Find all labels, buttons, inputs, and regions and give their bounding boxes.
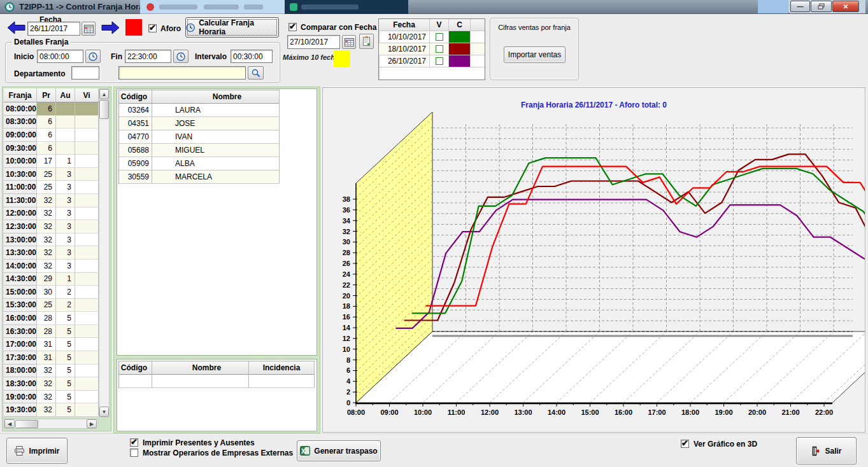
close-button[interactable]: ✕ [832, 1, 859, 12]
date-visible-checkbox[interactable] [436, 57, 443, 65]
departamento-codigo-input[interactable] [71, 66, 99, 80]
franja-time-cell: 19:00:00 [4, 391, 37, 404]
fecha-calendar-button[interactable] [82, 22, 96, 36]
next-date-arrow-icon[interactable] [101, 20, 120, 36]
fecha-input[interactable] [27, 22, 80, 36]
franja-row[interactable]: 16:30:00285 [4, 325, 99, 338]
franja-row[interactable]: 13:30:00323 [4, 246, 99, 260]
y-tick-label: 14 [343, 324, 351, 331]
franja-value-cell: 31 [37, 351, 56, 365]
calcular-franja-button[interactable]: Calcular Franja Horaria [185, 17, 279, 38]
departamento-nombre-input[interactable] [118, 66, 246, 80]
departamento-search-button[interactable] [248, 66, 264, 80]
column-header: Nombre [152, 361, 249, 375]
generar-traspaso-button[interactable]: X Generar traspaso [297, 440, 381, 461]
column-header[interactable]: Vi [75, 88, 99, 102]
scrollbar-thumb[interactable] [15, 420, 38, 428]
column-header [471, 19, 485, 31]
franja-row[interactable]: 18:00:00325 [4, 365, 99, 378]
comparar-calendar-button[interactable] [342, 35, 356, 49]
franja-row[interactable]: 11:00:00253 [4, 181, 99, 194]
franja-row[interactable]: 15:00:00302 [4, 286, 99, 299]
franja-value-cell: 25 [37, 299, 56, 312]
franja-row[interactable]: 12:00:00323 [4, 207, 99, 221]
franja-row[interactable]: 08:30:006 [4, 116, 99, 129]
comparar-checkbox[interactable] [288, 23, 297, 31]
background-window[interactable] [285, 0, 408, 14]
detalles-franja-title: Detalles Franja [11, 38, 71, 46]
previous-date-arrow-icon[interactable] [6, 20, 26, 36]
intervalo-input[interactable] [231, 50, 273, 63]
empleado-row[interactable]: 05688MIGUEL [119, 144, 280, 157]
compare-date-row[interactable]: 26/10/2017 [379, 55, 485, 67]
importar-ventas-button[interactable]: Importar ventas [504, 46, 566, 63]
minimize-button[interactable]: — [790, 1, 810, 12]
franja-row[interactable]: 19:00:00325 [4, 391, 99, 404]
fin-clock-button[interactable] [173, 50, 189, 63]
franja-row[interactable]: 18:30:00325 [4, 377, 99, 391]
franja-row[interactable]: 11:30:00323 [4, 194, 99, 207]
franja-row[interactable]: 10:30:00253 [4, 168, 99, 181]
inicio-input[interactable] [37, 50, 83, 63]
ver-grafico-3d-checkbox[interactable] [681, 440, 689, 448]
franja-row[interactable]: 10:00:00171 [4, 155, 99, 168]
franja-row[interactable]: 16:00:00285 [4, 312, 99, 325]
franja-value-cell: 32 [37, 194, 56, 207]
scroll-down-button[interactable]: ▼ [99, 407, 109, 417]
franja-row[interactable]: 09:00:006 [4, 129, 99, 142]
imprimir-presentes-checkbox[interactable] [130, 438, 138, 447]
franja-value-cell [75, 365, 99, 378]
franja-vertical-scrollbar[interactable]: ▲ ▼ [99, 88, 110, 417]
inicio-clock-button[interactable] [85, 50, 101, 63]
compare-date-row[interactable]: 10/10/2017 [379, 31, 485, 43]
restore-button[interactable] [811, 1, 832, 12]
franja-row[interactable]: 14:30:00291 [4, 273, 99, 286]
franja-row[interactable]: 09:30:006 [4, 142, 99, 155]
imprimir-button[interactable]: Imprimir [6, 438, 68, 464]
franja-value-cell [75, 312, 99, 325]
date-visible-checkbox[interactable] [436, 45, 443, 53]
franja-row[interactable]: 17:30:00315 [4, 351, 99, 365]
column-header[interactable]: Franja [4, 88, 37, 102]
background-window[interactable] [140, 0, 285, 14]
mostrar-operarios-checkbox[interactable] [130, 449, 138, 457]
comparar-fecha-input[interactable] [287, 35, 340, 49]
franja-value-cell [56, 142, 75, 155]
franja-row[interactable]: 12:30:00323 [4, 220, 99, 234]
y-tick-label: 30 [343, 238, 350, 246]
scroll-left-button[interactable]: ◀ [4, 419, 15, 428]
franja-horizontal-scrollbar[interactable]: ◀ ▶ [4, 419, 98, 429]
aforo-checkbox[interactable] [148, 24, 157, 32]
scroll-right-button[interactable]: ▶ [87, 419, 97, 428]
franja-time-cell: 16:30:00 [4, 325, 37, 338]
franja-value-cell: 3 [56, 168, 75, 181]
add-compare-date-button[interactable] [359, 34, 374, 49]
empleado-row[interactable]: 05909ALBA [119, 157, 280, 171]
franja-value-cell [75, 286, 99, 299]
franja-row[interactable]: 19:30:00325 [4, 403, 99, 417]
incidencia-row[interactable] [119, 375, 315, 388]
scroll-up-button[interactable]: ▲ [99, 89, 109, 99]
table-header-row: FechaVC [379, 19, 485, 31]
background-window[interactable] [758, 0, 788, 13]
table-header-row: CódigoNombreIncidencia [119, 361, 315, 375]
fin-input[interactable] [125, 50, 171, 63]
empleado-row[interactable]: 03264LAURA [119, 104, 280, 117]
franja-row[interactable]: 15:30:00252 [4, 299, 99, 312]
empleado-row[interactable]: 04351JOSE [119, 117, 280, 130]
franja-row[interactable]: 17:00:00315 [4, 338, 99, 351]
franja-row[interactable]: 14:00:00323 [4, 260, 99, 273]
compare-date-row[interactable]: 18/10/2017 [379, 43, 485, 55]
franja-row[interactable]: 13:00:00323 [4, 234, 99, 247]
scrollbar-thumb[interactable] [99, 100, 109, 119]
column-header[interactable]: Pr [37, 88, 56, 102]
empleado-row[interactable]: 04770IVAN [119, 130, 280, 144]
date-color-swatch [449, 31, 470, 43]
franja-row[interactable]: 08:00:006 [4, 102, 99, 116]
column-header[interactable]: Au [56, 88, 75, 102]
franja-value-cell: 28 [37, 312, 56, 325]
date-visible-checkbox[interactable] [436, 33, 443, 41]
franja-value-cell: 5 [56, 391, 75, 404]
empleado-row[interactable]: 30559MARCELA [119, 171, 280, 184]
salir-button[interactable]: Salir [796, 437, 857, 464]
